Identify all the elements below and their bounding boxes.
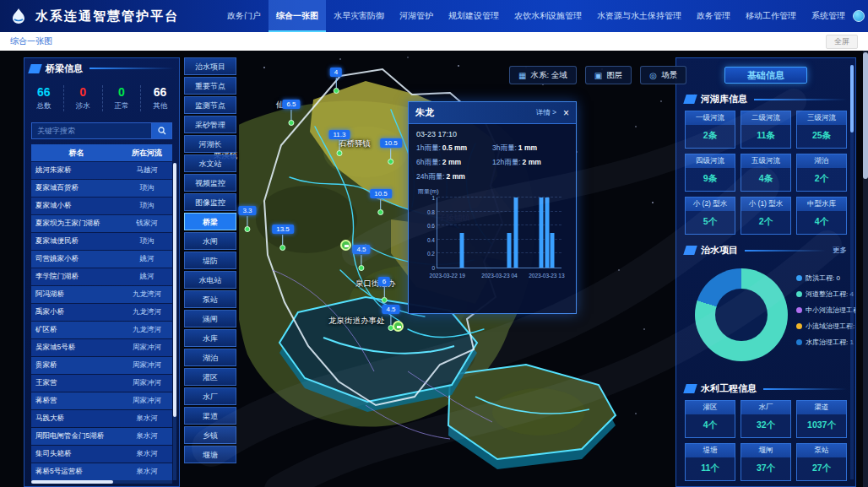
search-input[interactable] — [31, 122, 152, 139]
stat-card[interactable]: 中型水库 4个 — [796, 197, 847, 235]
fullscreen-button[interactable]: 全屏 — [826, 35, 858, 49]
stat-card[interactable]: 水厂 32个 — [741, 400, 791, 438]
stat-card[interactable]: 一级河流 2条 — [685, 111, 735, 149]
camera-marker-icon[interactable] — [393, 321, 404, 332]
table-row[interactable]: 夏家城小桥 琐沟 — [31, 198, 172, 214]
table-row[interactable]: 周阳电闸管金门5湖桥 泉水河 — [31, 428, 172, 445]
stat-card[interactable]: 小 (2) 型水 5个 — [685, 197, 735, 235]
layer-menu-item[interactable]: 重要节点 — [184, 77, 236, 95]
stat-card[interactable]: 堤塘 11个 — [685, 443, 735, 481]
table-row[interactable]: 姚河朱家桥 马越河 — [31, 162, 172, 179]
table-row[interactable]: 阿冯湖桥 九龙湾河 — [31, 286, 172, 303]
layer-menu-item[interactable]: 水文站 — [184, 154, 236, 172]
layer-menu-item[interactable]: 水库 — [184, 329, 236, 347]
layer-menu-item[interactable]: 河湖长 — [184, 135, 236, 153]
legend-item[interactable]: 防洪工程: 0 — [796, 273, 856, 283]
station-marker[interactable]: 10.5 — [380, 133, 402, 165]
station-marker[interactable]: 4 — [330, 62, 342, 94]
map-controls: ▦ 水系: 全域 ▣ 图层 ◎ 场景 — [509, 66, 686, 84]
table-row[interactable]: 集司头箱桥 泉水河 — [31, 446, 172, 463]
table-row[interactable]: 夏家坝为王家门湖桥 钱家河 — [31, 215, 172, 232]
table-row[interactable]: 夏家城百货桥 琐沟 — [31, 180, 172, 197]
table-row[interactable]: 禹家小桥 九龙湾河 — [31, 304, 172, 321]
layer-menu-item[interactable]: 桥梁 — [184, 213, 236, 230]
nav-item[interactable]: 规划建设管理 — [441, 0, 507, 32]
legend-item[interactable]: 河道整治工程: 4 — [796, 289, 856, 299]
card-label: 堰闸 — [741, 444, 790, 457]
nav-item[interactable]: 移动工作管理 — [738, 0, 804, 32]
stat-card[interactable]: 渠道 1037个 — [796, 400, 847, 438]
stat-card[interactable]: 小 (1) 型水 2个 — [741, 197, 791, 235]
nav-item[interactable]: 综合一张图 — [269, 0, 326, 32]
layer-menu-item[interactable]: 水厂 — [184, 387, 236, 405]
map-control-button[interactable]: ◎ 场景 — [640, 66, 686, 84]
table-row[interactable]: 矿区桥 九龙湾河 — [31, 322, 172, 338]
nav-item[interactable]: 河湖管护 — [392, 0, 441, 32]
station-marker[interactable]: 3.3 — [238, 201, 256, 232]
layer-menu-item[interactable]: 图像监控 — [184, 193, 236, 211]
table-row[interactable]: 蒋桥5号运营桥 泉水河 — [31, 463, 172, 480]
panel-scrollbar[interactable] — [850, 65, 854, 479]
nav-item[interactable]: 政务管理 — [689, 0, 738, 32]
layer-menu-item[interactable]: 采砂管理 — [184, 116, 236, 133]
section-accent-icon — [683, 246, 697, 255]
stat-card[interactable]: 三级河流 25条 — [796, 111, 847, 149]
table-row[interactable]: 夏家城便民桥 琐沟 — [31, 233, 172, 250]
close-icon[interactable]: × — [563, 108, 569, 118]
more-link[interactable]: 更多 — [833, 246, 847, 256]
stat-card[interactable]: 泵站 27个 — [796, 443, 847, 481]
layer-menu-item[interactable]: 水闸 — [184, 232, 236, 250]
table-row[interactable]: 马践大桥 泉水河 — [31, 410, 172, 427]
legend-item[interactable]: 水库治理工程: 1 — [796, 338, 856, 347]
station-marker[interactable]: 11.3 — [329, 125, 350, 156]
stat-card[interactable]: 四级河流 9条 — [685, 154, 735, 192]
table-vertical-scrollbar[interactable] — [173, 163, 176, 480]
station-marker[interactable]: 6 — [378, 272, 390, 303]
basic-info-tab[interactable]: 基础信息 — [724, 67, 807, 84]
layer-menu-item[interactable]: 视频监控 — [184, 174, 236, 192]
nav-item[interactable]: 政务门户 — [220, 0, 269, 32]
table-row[interactable]: 吴家城5号桥 周家冲河 — [31, 339, 172, 356]
layer-menu-item[interactable]: 渠道 — [184, 407, 236, 425]
camera-marker-icon[interactable] — [340, 240, 351, 251]
table-row[interactable]: 李学院门湖桥 姚河 — [31, 268, 172, 285]
breadcrumb[interactable]: 综合一张图 — [10, 35, 52, 47]
map-control-button[interactable]: ▦ 水系: 全域 — [509, 66, 577, 84]
layer-menu-item[interactable]: 泵站 — [184, 290, 236, 308]
layer-menu-item[interactable]: 监测节点 — [184, 96, 236, 114]
table-row[interactable]: 贵家桥 周家冲河 — [31, 357, 172, 374]
station-marker[interactable]: 10.5 — [370, 184, 392, 215]
nav-item[interactable]: 水资源与水土保持管理 — [589, 0, 689, 32]
legend-item[interactable]: 中小河流治理工程: 0 — [796, 306, 856, 315]
layer-menu-item[interactable]: 堰塘 — [184, 446, 236, 463]
stat-card[interactable]: 二级河流 11条 — [741, 111, 791, 149]
layer-menu-item[interactable]: 涵闸 — [184, 310, 236, 327]
map-control-button[interactable]: ▣ 图层 — [585, 66, 632, 84]
layer-menu-item[interactable]: 灌区 — [184, 368, 236, 386]
nav-item[interactable]: 水旱灾害防御 — [326, 0, 392, 32]
nav-item[interactable]: 系统管理 — [804, 0, 853, 32]
station-marker[interactable]: 13.5 — [272, 219, 294, 251]
popup-detail-link[interactable]: 详情 > — [536, 108, 556, 118]
page-scrollbar[interactable] — [863, 51, 868, 487]
table-horizontal-scrollbar[interactable] — [31, 480, 172, 484]
stat-card[interactable]: 五级河流 4条 — [741, 154, 791, 192]
layer-menu-item[interactable]: 湖泊 — [184, 349, 236, 366]
stat-card[interactable]: 湖泊 2个 — [796, 154, 847, 192]
stat-card[interactable]: 灌区 4个 — [685, 400, 735, 438]
layer-menu-item[interactable]: 水电站 — [184, 271, 236, 289]
station-marker[interactable]: 4.5 — [352, 240, 370, 271]
layer-menu-item[interactable]: 堤防 — [184, 252, 236, 269]
table-row[interactable]: 王家营 周家冲河 — [31, 375, 172, 392]
search-button[interactable] — [152, 122, 172, 139]
table-row[interactable]: 司营姚家小桥 姚河 — [31, 251, 172, 268]
station-marker[interactable]: 6.5 — [282, 95, 300, 126]
table-row[interactable]: 蒋桥营 周家冲河 — [31, 392, 172, 409]
stat-card[interactable]: 堰闸 37个 — [741, 443, 791, 481]
nav-item[interactable]: 农饮水利设施管理 — [507, 0, 589, 32]
layer-menu-item[interactable]: 治水项目 — [184, 57, 236, 75]
user-chip[interactable]: hkxb42080201 ▾ — [853, 10, 868, 22]
legend-item[interactable]: 小流域治理工程: 0 — [796, 322, 856, 331]
bridge-table: 桥名 所在河流 姚河朱家桥 马越河 夏家城百货桥 琐沟 — [31, 144, 172, 480]
layer-menu-item[interactable]: 乡镇 — [184, 426, 236, 444]
